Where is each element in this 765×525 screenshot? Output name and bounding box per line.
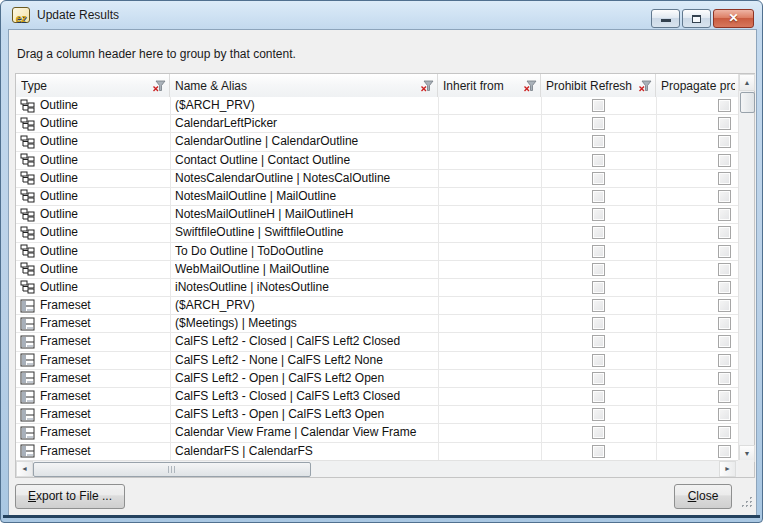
propagate-checkbox[interactable] [718, 354, 731, 367]
column-header-prohibit-refresh[interactable]: Prohibit Refresh [541, 74, 656, 97]
column-header-inherit-from[interactable]: Inherit from [438, 74, 541, 97]
prohibit-refresh-checkbox[interactable] [592, 390, 605, 403]
propagate-checkbox[interactable] [718, 299, 731, 312]
app-icon: ez [12, 7, 30, 23]
prohibit-refresh-checkbox[interactable] [592, 154, 605, 167]
prohibit-refresh-checkbox[interactable] [592, 335, 605, 348]
propagate-checkbox[interactable] [718, 263, 731, 276]
results-table: Type Name & Alias Inherit from P [15, 73, 755, 478]
propagate-checkbox[interactable] [718, 426, 731, 439]
frameset-icon [20, 353, 35, 367]
horizontal-scrollbar-thumb[interactable] [33, 462, 311, 477]
table-row[interactable]: OutlineTo Do Outline | ToDoOutline [16, 243, 738, 261]
prohibit-refresh-checkbox[interactable] [592, 226, 605, 239]
table-row[interactable]: OutlineNotesMailOutlineH | MailOutlineH [16, 206, 738, 224]
prohibit-refresh-checkbox[interactable] [592, 299, 605, 312]
vertical-scrollbar-thumb[interactable] [740, 92, 755, 113]
propagate-checkbox[interactable] [718, 99, 731, 112]
scroll-left-button[interactable]: ◄ [16, 461, 33, 477]
propagate-checkbox[interactable] [718, 445, 731, 458]
propagate-checkbox[interactable] [718, 154, 731, 167]
close-window-button[interactable]: ✕ [713, 9, 754, 28]
row-name-alias: CalendarFS | CalendarFS [175, 443, 435, 460]
prohibit-refresh-checkbox[interactable] [592, 135, 605, 148]
table-row[interactable]: Outline($ARCH_PRV) [16, 97, 738, 115]
vertical-scrollbar[interactable]: ▲ ▼ [738, 74, 754, 462]
prohibit-refresh-checkbox[interactable] [592, 372, 605, 385]
table-row[interactable]: FramesetCalendarFS | CalendarFS [16, 443, 738, 461]
propagate-checkbox[interactable] [718, 317, 731, 330]
table-row[interactable]: FramesetCalFS Left2 - Closed | CalFS Lef… [16, 333, 738, 351]
column-header-propagate[interactable]: Propagate pro [656, 74, 738, 97]
table-row[interactable]: OutlineCalendarLeftPicker [16, 115, 738, 133]
table-row[interactable]: Frameset($Meetings) | Meetings [16, 315, 738, 333]
row-type-label: Frameset [40, 443, 91, 460]
prohibit-refresh-checkbox[interactable] [592, 263, 605, 276]
horizontal-scrollbar[interactable]: ◄ ► [16, 460, 738, 477]
table-row[interactable]: FramesetCalFS Left3 - Closed | CalFS Lef… [16, 388, 738, 406]
column-header-type[interactable]: Type [16, 74, 170, 97]
table-row[interactable]: OutlineNotesMailOutline | MailOutline [16, 188, 738, 206]
propagate-checkbox[interactable] [718, 335, 731, 348]
prohibit-refresh-checkbox[interactable] [592, 317, 605, 330]
export-to-file-button[interactable]: Export to File ... [15, 484, 125, 509]
prohibit-refresh-checkbox[interactable] [592, 117, 605, 130]
table-row[interactable]: OutlineCalendarOutline | CalendarOutline [16, 133, 738, 151]
propagate-checkbox[interactable] [718, 117, 731, 130]
table-row[interactable]: FramesetCalendar View Frame | Calendar V… [16, 424, 738, 442]
prohibit-refresh-checkbox[interactable] [592, 208, 605, 221]
propagate-checkbox[interactable] [718, 172, 731, 185]
row-name-alias: CalFS Left2 - Open | CalFS Left2 Open [175, 370, 435, 387]
table-row[interactable]: FramesetCalFS Left2 - Open | CalFS Left2… [16, 370, 738, 388]
propagate-checkbox[interactable] [718, 135, 731, 148]
propagate-checkbox[interactable] [718, 372, 731, 385]
thumb-grip-icon [168, 466, 177, 473]
filter-icon[interactable] [152, 80, 166, 92]
maximize-button[interactable] [682, 9, 711, 28]
filter-icon[interactable] [523, 80, 537, 92]
prohibit-refresh-checkbox[interactable] [592, 172, 605, 185]
scroll-up-button[interactable]: ▲ [739, 74, 755, 91]
scroll-right-button[interactable]: ► [719, 461, 736, 477]
row-type-cell: Outline [20, 206, 168, 223]
table-row[interactable]: OutlineiNotesOutline | iNotesOutline [16, 279, 738, 297]
row-name-alias: CalFS Left2 - None | CalFS Left2 None [175, 352, 435, 369]
propagate-checkbox[interactable] [718, 281, 731, 294]
row-type-label: Frameset [40, 370, 91, 387]
filter-icon[interactable] [420, 80, 434, 92]
propagate-checkbox[interactable] [718, 390, 731, 403]
table-row[interactable]: OutlineWebMailOutline | MailOutline [16, 261, 738, 279]
table-row[interactable]: Frameset($ARCH_PRV) [16, 297, 738, 315]
prohibit-refresh-checkbox[interactable] [592, 354, 605, 367]
title-bar[interactable]: ez Update Results ✕ [1, 1, 762, 29]
filter-icon[interactable] [638, 80, 652, 92]
close-button[interactable]: Close [674, 484, 732, 509]
frameset-icon [20, 408, 35, 422]
propagate-checkbox[interactable] [718, 226, 731, 239]
row-type-label: Outline [40, 279, 78, 296]
prohibit-refresh-checkbox[interactable] [592, 426, 605, 439]
column-header-name-alias[interactable]: Name & Alias [170, 74, 438, 97]
table-row[interactable]: OutlineNotesCalendarOutline | NotesCalOu… [16, 170, 738, 188]
prohibit-refresh-checkbox[interactable] [592, 190, 605, 203]
prohibit-refresh-checkbox[interactable] [592, 245, 605, 258]
table-row[interactable]: FramesetCalFS Left3 - Open | CalFS Left3… [16, 406, 738, 424]
propagate-checkbox[interactable] [718, 190, 731, 203]
minimize-button[interactable] [651, 9, 680, 28]
minimize-icon [661, 19, 671, 22]
propagate-checkbox[interactable] [718, 245, 731, 258]
row-type-label: Frameset [40, 406, 91, 423]
table-row[interactable]: OutlineContact Outline | Contact Outline [16, 152, 738, 170]
prohibit-refresh-checkbox[interactable] [592, 445, 605, 458]
prohibit-refresh-checkbox[interactable] [592, 408, 605, 421]
row-type-cell: Outline [20, 115, 168, 132]
table-row[interactable]: FramesetCalFS Left2 - None | CalFS Left2… [16, 352, 738, 370]
propagate-checkbox[interactable] [718, 408, 731, 421]
resize-grip[interactable] [741, 496, 754, 509]
prohibit-refresh-checkbox[interactable] [592, 99, 605, 112]
table-row[interactable]: OutlineSwiftfileOutline | SwiftfileOutli… [16, 224, 738, 242]
close-icon: ✕ [714, 11, 753, 25]
prohibit-refresh-checkbox[interactable] [592, 281, 605, 294]
propagate-checkbox[interactable] [718, 208, 731, 221]
row-type-label: Outline [40, 152, 78, 169]
